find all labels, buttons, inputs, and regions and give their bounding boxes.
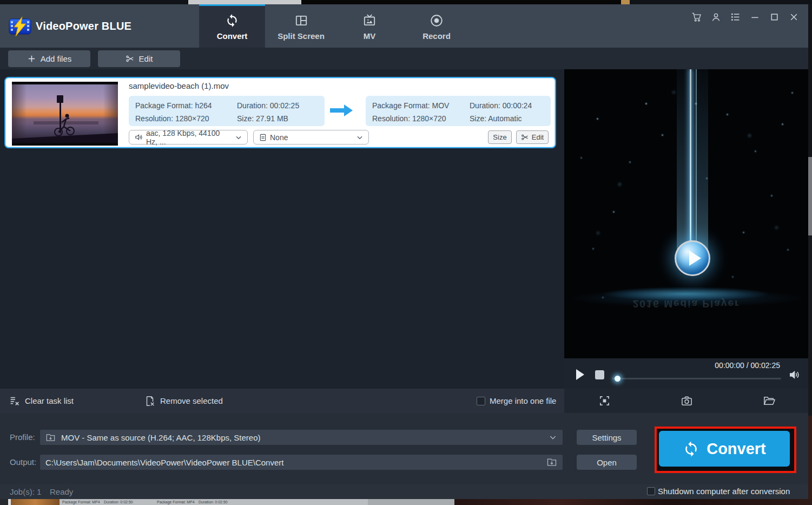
convert-button[interactable]: Convert xyxy=(659,431,790,467)
maximize-icon[interactable] xyxy=(769,11,780,23)
bg-text-fragment: Duration: 0:02:50 xyxy=(199,500,228,504)
tab-mv[interactable]: MV xyxy=(337,4,402,48)
clear-task-list-button[interactable]: Clear task list xyxy=(9,389,74,413)
tab-record[interactable]: Record xyxy=(402,4,471,48)
tab-mv-label: MV xyxy=(364,31,376,41)
shutdown-checkbox[interactable] xyxy=(647,487,655,495)
task-list: samplevideo-beach (1).mov Package Format… xyxy=(0,69,564,389)
plus-icon xyxy=(27,54,36,63)
scissors-icon xyxy=(521,133,529,141)
merge-checkbox[interactable] xyxy=(477,397,485,405)
file-toolbar: Add files Edit xyxy=(0,48,808,69)
audio-track-value: aac, 128 Kbps, 44100 Hz, ... xyxy=(146,129,232,146)
tab-convert[interactable]: Convert xyxy=(199,4,265,48)
seek-slider-thumb[interactable] xyxy=(615,376,620,382)
light-beam xyxy=(677,69,708,249)
open-button[interactable]: Open xyxy=(577,455,637,470)
tab-convert-label: Convert xyxy=(217,31,248,41)
shutdown-after-conversion-toggle[interactable]: Shutdown computer after conversion xyxy=(647,487,790,496)
source-info-box: Package Format: h264 Duration: 00:02:25 … xyxy=(129,96,325,126)
settings-button[interactable]: Settings xyxy=(577,430,637,445)
cart-icon[interactable] xyxy=(691,11,702,23)
fullscreen-button[interactable] xyxy=(598,395,611,407)
jobs-count: Job(s): 1 xyxy=(10,487,41,496)
minimize-icon[interactable] xyxy=(749,11,761,23)
bg-seg xyxy=(368,499,454,505)
bg-seg xyxy=(808,4,812,157)
open-button-label: Open xyxy=(597,458,617,467)
item-edit-button[interactable]: Edit xyxy=(516,130,549,144)
file-name: samplevideo-beach (1).mov xyxy=(129,81,229,90)
bg-seg xyxy=(188,0,301,4)
status-bar: Job(s): 1 Ready Shutdown computer after … xyxy=(0,484,808,499)
tab-record-label: Record xyxy=(422,31,451,41)
snapshot-button[interactable] xyxy=(681,395,693,407)
bg-seg xyxy=(808,235,812,416)
output-path-value: C:\Users\Jam\Documents\VideoPower\VideoP… xyxy=(45,458,283,467)
target-package-format: Package Format: MOV xyxy=(372,101,449,110)
profile-select[interactable]: MOV - Same as source (H.264; AAC, 128Kbp… xyxy=(40,430,563,445)
tab-split-screen-label: Split Screen xyxy=(278,31,325,41)
audio-track-select[interactable]: aac, 128 Kbps, 44100 Hz, ... xyxy=(129,130,248,145)
merge-label: Merge into one file xyxy=(490,396,556,405)
play-overlay-button[interactable] xyxy=(675,240,710,276)
record-icon xyxy=(430,14,444,28)
target-resolution: Resolution: 1280×720 xyxy=(372,114,446,123)
fullscreen-icon xyxy=(598,395,611,407)
close-icon[interactable] xyxy=(788,11,800,23)
account-icon[interactable] xyxy=(710,11,722,23)
chevron-down-icon xyxy=(549,433,557,442)
edit-button[interactable]: Edit xyxy=(98,50,180,67)
tab-split-screen[interactable]: Split Screen xyxy=(265,4,337,48)
sync-icon xyxy=(225,14,239,28)
split-screen-icon xyxy=(294,14,308,28)
source-resolution: Resolution: 1280×720 xyxy=(135,114,209,123)
add-files-button[interactable]: Add files xyxy=(8,50,90,67)
seek-slider[interactable] xyxy=(612,378,781,379)
menu-list-icon[interactable] xyxy=(730,11,741,23)
app-title: VideoPower BLUE xyxy=(36,4,131,48)
bg-text-fragment: Package Format: MP4 xyxy=(157,500,195,504)
merge-into-one-file-toggle[interactable]: Merge into one file xyxy=(477,389,556,413)
play-icon xyxy=(689,251,701,266)
volume-icon[interactable] xyxy=(788,369,801,381)
shutdown-label: Shutdown computer after conversion xyxy=(658,487,790,496)
convert-button-label: Convert xyxy=(707,440,766,458)
bg-seg: Package Format: MP4 Duration: 0:02:50 Pa… xyxy=(60,499,368,505)
time-display: 00:00:00 / 00:02:25 xyxy=(715,361,780,370)
bg-seg xyxy=(808,157,812,235)
add-files-label: Add files xyxy=(41,54,72,63)
profile-value: MOV - Same as source (H.264; AAC, 128Kbp… xyxy=(61,433,261,442)
background-window-strip-top xyxy=(0,0,812,4)
remove-selected-button[interactable]: Remove selected xyxy=(144,389,223,413)
subtitle-value: None xyxy=(270,133,288,142)
playback-controls: 00:00:00 / 00:02:25 xyxy=(564,358,808,389)
size-button[interactable]: Size xyxy=(488,130,512,144)
profile-label: Profile: xyxy=(10,432,35,442)
chevron-down-icon xyxy=(356,134,364,141)
remove-selected-label: Remove selected xyxy=(160,396,223,405)
open-output-folder-button[interactable] xyxy=(763,395,775,407)
file-item-card[interactable]: samplevideo-beach (1).mov Package Format… xyxy=(4,77,556,148)
titlebar: VideoPower BLUE Convert Split Screen MV … xyxy=(0,4,808,48)
browse-folder-icon[interactable] xyxy=(546,457,557,468)
settings-button-label: Settings xyxy=(592,433,621,442)
play-button[interactable] xyxy=(576,369,584,380)
stop-button[interactable] xyxy=(595,370,604,379)
target-info-box: Package Format: MOV Duration: 00:00:24 R… xyxy=(366,96,551,126)
chevron-down-icon xyxy=(235,134,242,141)
bg-seg xyxy=(808,416,812,499)
task-actions-bar: Clear task list Remove selected Merge in… xyxy=(0,389,808,413)
titlebar-icons xyxy=(691,11,800,23)
bg-seg xyxy=(11,499,60,505)
size-button-label: Size xyxy=(493,133,506,141)
scissors-icon xyxy=(126,54,135,63)
particles xyxy=(564,69,567,72)
output-path-field[interactable]: C:\Users\Jam\Documents\VideoPower\VideoP… xyxy=(40,455,563,470)
bg-seg xyxy=(0,0,188,4)
preview-video[interactable]: 2016 Media Player xyxy=(564,69,808,358)
light-beam-core xyxy=(696,69,697,242)
subtitle-select[interactable]: None xyxy=(253,130,369,145)
speaker-icon xyxy=(134,133,143,142)
subtitle-file-icon xyxy=(259,133,267,142)
